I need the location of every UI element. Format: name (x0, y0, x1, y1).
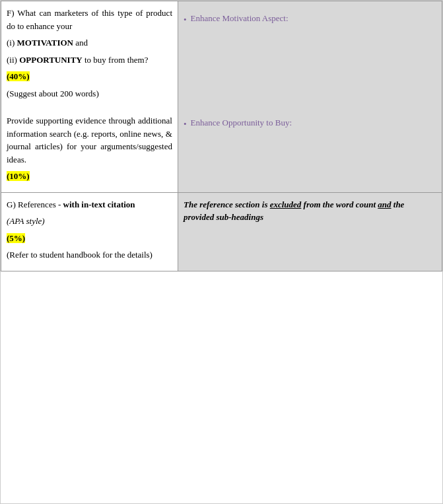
suggestion-text: (Suggest about 200 words) (7, 87, 172, 100)
motivation-bullet-text: Enhance Motivation Aspect: (191, 13, 289, 24)
ref-note-part2: from the word count (301, 199, 378, 209)
motivation-label: MOTIVATION (17, 38, 73, 48)
question-f-main: F) What can marketers of this type of pr… (7, 8, 172, 31)
evidence-text: Provide supporting evidence through addi… (7, 114, 172, 166)
ref-note-and: and (378, 199, 391, 209)
mark1-badge: (40%) (7, 71, 30, 81)
dash: - (56, 199, 63, 209)
roman-ii: (ii) (7, 55, 19, 65)
question-f-text: F) What can marketers of this type of pr… (7, 7, 172, 32)
main-table: F) What can marketers of this type of pr… (1, 1, 442, 271)
row-g: G) References - with in-text citation (A… (1, 192, 442, 271)
opportunity-bullet-text: Enhance Opportunity to Buy: (191, 118, 292, 128)
bullet-dot-2: • (184, 119, 187, 129)
opportunity-bullet: • Enhance Opportunity to Buy: (184, 118, 436, 129)
references-header: G) References - with in-text citation (7, 198, 172, 211)
and-text: and (73, 38, 88, 48)
opportunity-text: to buy from them? (83, 55, 149, 65)
reference-note: The reference section is excluded from t… (184, 198, 436, 224)
mark1-line: (40%) (7, 70, 172, 83)
references-label: G) References (7, 199, 56, 209)
bullet-dot-1: • (184, 15, 187, 25)
row-f: F) What can marketers of this type of pr… (1, 1, 442, 193)
ref-note-part1: The reference section is (184, 199, 270, 209)
in-text-citation: with in-text citation (63, 199, 135, 209)
roman-i: (i) (7, 38, 17, 48)
mark2-line: (10%) (7, 170, 172, 183)
section-g-left: G) References - with in-text citation (A… (1, 192, 178, 271)
opportunity-line: (ii) OPPORTUNITY to buy from them? (7, 54, 172, 67)
mark-g-badge: (5%) (7, 233, 25, 243)
ref-note-excluded: excluded (270, 199, 302, 209)
refer-text: (Refer to student handbook for the detai… (7, 248, 172, 262)
section-f-right: • Enhance Motivation Aspect: • Enhance O… (178, 1, 442, 193)
motivation-bullet: • Enhance Motivation Aspect: (184, 13, 436, 25)
page-container: F) What can marketers of this type of pr… (0, 0, 443, 504)
mark-g-line: (5%) (7, 232, 172, 245)
apa-style-line: (APA style) (7, 215, 172, 228)
apa-style-text: (APA style) (7, 216, 45, 226)
section-f-left: F) What can marketers of this type of pr… (1, 1, 178, 193)
opportunity-label: OPPORTUNITY (19, 55, 83, 65)
motivation-line: (i) MOTIVATION and (7, 36, 172, 50)
section-g-right: The reference section is excluded from t… (178, 192, 442, 271)
mark2-badge: (10%) (7, 171, 30, 181)
